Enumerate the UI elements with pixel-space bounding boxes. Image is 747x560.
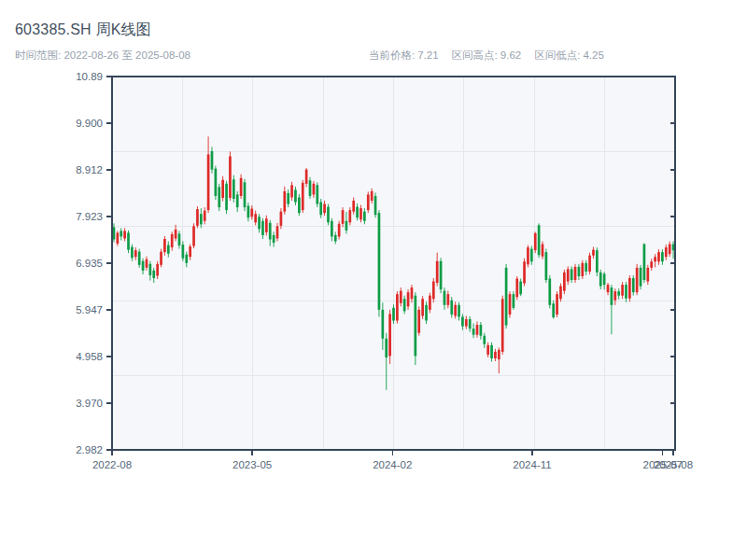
candle-body	[501, 299, 504, 352]
candle-body	[192, 226, 195, 245]
y-tick-label: 3.970	[76, 398, 103, 409]
candle-body	[273, 235, 275, 243]
candle-body	[548, 278, 551, 304]
candle-body	[345, 221, 348, 231]
candle-body	[233, 179, 235, 199]
candle-body	[588, 256, 591, 272]
candle-body	[352, 201, 355, 212]
y-tick-label: 6.935	[76, 258, 103, 269]
candle-body	[661, 252, 664, 261]
candle-body	[221, 180, 224, 198]
candle-body	[563, 273, 566, 291]
candle-body	[559, 287, 562, 300]
candle-body	[160, 252, 162, 265]
candle-body	[261, 221, 264, 235]
candle-body	[650, 261, 653, 268]
candle-body	[414, 296, 416, 357]
candle-body	[123, 231, 126, 238]
candle-body	[396, 294, 399, 320]
candle-body	[250, 209, 253, 217]
candle-body	[207, 154, 210, 210]
candle-body	[643, 245, 646, 280]
candle-body	[178, 233, 181, 245]
candle-body	[200, 214, 203, 224]
candle-body	[599, 273, 602, 287]
candle-body	[185, 255, 188, 263]
y-tick-label: 2.982	[76, 444, 103, 455]
candle-body	[244, 182, 247, 207]
candle-body	[388, 314, 391, 356]
y-tick-label: 4.958	[76, 351, 103, 362]
candle-body	[120, 231, 122, 236]
candle-body	[254, 214, 257, 222]
candle-body	[486, 345, 489, 355]
candle-body	[305, 170, 308, 184]
candle-body	[636, 268, 639, 292]
candle-body	[411, 287, 414, 299]
candle-body	[509, 294, 512, 315]
candle-body	[505, 268, 508, 326]
candle-body	[440, 261, 443, 289]
candle-body	[458, 305, 460, 317]
candle-body	[581, 263, 584, 276]
candle-body	[469, 319, 472, 329]
candle-body	[265, 218, 268, 232]
candle-body	[472, 329, 475, 335]
candle-body	[269, 223, 272, 240]
candle-body	[280, 212, 283, 226]
candle-body	[175, 230, 177, 239]
candle-body	[131, 247, 134, 259]
candle-body	[146, 259, 148, 268]
candle-body	[436, 261, 439, 283]
candle-body	[417, 310, 420, 333]
candle-body	[287, 193, 289, 204]
x-tick-label: 2025-08	[654, 459, 693, 470]
candle-body	[465, 319, 468, 327]
candle-body	[669, 245, 671, 255]
candle-body	[327, 207, 330, 223]
candle-body	[385, 339, 388, 357]
candle-body	[429, 296, 431, 310]
candle-body	[527, 247, 529, 264]
candle-body	[574, 267, 577, 280]
candle-body	[603, 273, 606, 285]
candle-body	[513, 294, 515, 308]
candle-body	[519, 282, 522, 295]
y-tick-label: 10.89	[76, 71, 103, 82]
candle-body	[523, 261, 526, 283]
candle-body	[592, 250, 595, 256]
candle-body	[309, 180, 312, 196]
candle-body	[480, 325, 483, 336]
candle-body	[611, 287, 613, 305]
candle-body	[215, 169, 218, 196]
candle-body	[298, 197, 301, 213]
candle-body	[134, 250, 137, 257]
candle-body	[138, 252, 141, 265]
candle-body	[483, 336, 486, 344]
candle-body	[378, 213, 381, 310]
candle-body	[665, 247, 668, 257]
candle-body	[240, 178, 243, 196]
candle-body	[331, 221, 333, 237]
candle-body	[640, 268, 642, 287]
candle-body	[515, 278, 518, 297]
x-tick-label: 2024-02	[373, 459, 412, 470]
y-tick-label: 9.900	[76, 118, 103, 129]
candle-body	[628, 278, 631, 299]
candle-body	[454, 305, 457, 316]
candle-body	[607, 285, 610, 292]
candle-body	[571, 269, 573, 280]
candle-body	[342, 210, 345, 224]
candle-body	[189, 246, 191, 257]
candle-body	[258, 217, 261, 229]
candle-body	[407, 292, 410, 306]
candle-body	[621, 285, 624, 296]
candle-body	[490, 345, 493, 358]
x-tick-label: 2023-05	[233, 459, 272, 470]
candle-body	[276, 226, 279, 238]
candle-body	[316, 185, 318, 203]
candle-body	[113, 227, 116, 239]
candle-body	[461, 316, 464, 326]
candle-body	[229, 156, 232, 198]
candle-body	[367, 194, 370, 210]
